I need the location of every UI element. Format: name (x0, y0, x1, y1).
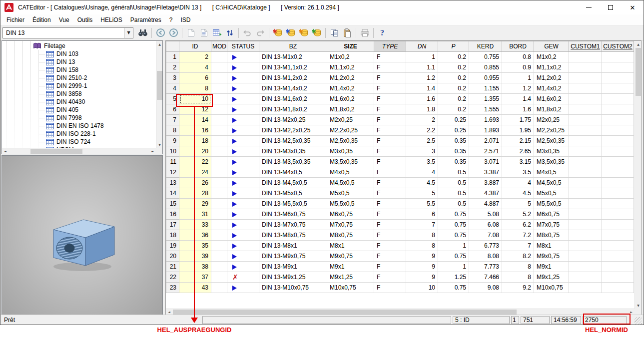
cell-p[interactable]: 1 (438, 262, 469, 272)
copy-button[interactable] (328, 26, 341, 39)
cell-mod[interactable] (211, 178, 227, 188)
cell-bord[interactable]: 4.5 (502, 188, 534, 199)
cell-gew[interactable]: M10x0,75 (534, 283, 569, 293)
cell-mod[interactable] (211, 146, 227, 157)
cell-dn[interactable]: 9 (406, 251, 438, 262)
cell-custom1[interactable] (569, 62, 602, 73)
cell-custom1[interactable] (569, 52, 602, 62)
scroll-up-icon[interactable]: ▲ (635, 41, 642, 47)
cell-p[interactable]: 0.5 (438, 188, 469, 199)
cell-num[interactable]: 19 (166, 241, 179, 251)
cell-custom2[interactable] (602, 167, 634, 178)
cell-p[interactable]: 0.2 (438, 83, 469, 94)
tree-vscroll-thumb[interactable] (157, 71, 162, 100)
cell-id[interactable]: 20 (179, 146, 211, 157)
tree-item-din-40430[interactable]: DIN 40430 (2, 98, 156, 106)
cell-num[interactable]: 20 (166, 251, 179, 262)
cell-mod[interactable] (211, 73, 227, 83)
cell-dn[interactable]: 4.5 (406, 178, 438, 188)
cell-bz[interactable]: DIN 13-M2,2x0,25 (259, 125, 327, 136)
cell-mod[interactable] (211, 209, 227, 220)
cell-custom2[interactable] (602, 83, 634, 94)
cell-type[interactable]: F (374, 178, 406, 188)
cell-p[interactable]: 0.5 (438, 199, 469, 209)
tree-hscroll-thumb[interactable] (30, 149, 82, 154)
cell-kerd[interactable]: 6.08 (469, 220, 502, 230)
cell-p[interactable]: 0.75 (438, 209, 469, 220)
cell-status[interactable] (227, 83, 259, 94)
cell-kerd[interactable]: 7.08 (469, 230, 502, 241)
table-row[interactable]: 1529DIN 13-M5,5x0,5M5,5x0,5F5.50.54.8875… (166, 199, 634, 209)
cell-size[interactable]: M9x1,25 (327, 272, 374, 283)
cell-id[interactable]: 26 (179, 178, 211, 188)
cell-mod[interactable] (211, 104, 227, 115)
table-row[interactable]: 48DIN 13-M1,4x0,2M1,4x0,2F1.40.21.1551.2… (166, 83, 634, 94)
cell-bord[interactable]: 5.2 (502, 209, 534, 220)
col-header-id[interactable]: ID (179, 41, 211, 52)
table-vertical-scrollbar[interactable]: ▲ ▼ (635, 41, 641, 309)
cell-kerd[interactable]: 0.955 (469, 73, 502, 83)
cell-size[interactable]: M2,2x0,25 (327, 125, 374, 136)
cell-size[interactable]: M1,8x0,2 (327, 104, 374, 115)
cell-mod[interactable] (211, 188, 227, 199)
cell-size[interactable]: M2,5x0,35 (327, 136, 374, 146)
cell-id[interactable]: 37 (179, 272, 211, 283)
cell-num[interactable]: 13 (166, 178, 179, 188)
cell-bz[interactable]: DIN 13-M5x0,5 (259, 188, 327, 199)
cell-bz[interactable]: DIN 13-M9x1 (259, 262, 327, 272)
cell-type[interactable]: F (374, 52, 406, 62)
cell-bz[interactable]: DIN 13-M3,5x0,35 (259, 157, 327, 167)
cell-status[interactable] (227, 251, 259, 262)
cell-custom1[interactable] (569, 157, 602, 167)
table-row[interactable]: 1224DIN 13-M4x0,5M4x0,5F40.53.3873.5M4x0… (166, 167, 634, 178)
cell-id[interactable]: 24 (179, 167, 211, 178)
cell-size[interactable]: M2x0,25 (327, 115, 374, 125)
cell-num[interactable]: 18 (166, 230, 179, 241)
cell-num[interactable]: 7 (166, 115, 179, 125)
menu-item-edition[interactable]: Édition (28, 15, 55, 25)
cell-mod[interactable] (211, 52, 227, 62)
scroll-up-icon[interactable]: ▲ (156, 41, 163, 47)
table-horizontal-scrollbar[interactable]: ◄ ► (166, 309, 635, 315)
cell-custom2[interactable] (602, 73, 634, 83)
menu-item-isd[interactable]: ISD (176, 15, 194, 25)
cell-num[interactable]: 9 (166, 136, 179, 146)
cell-mod[interactable] (211, 272, 227, 283)
cell-mod[interactable] (211, 262, 227, 272)
cell-bz[interactable]: DIN 13-M7x0,75 (259, 220, 327, 230)
cell-type[interactable]: F (374, 209, 406, 220)
cell-bz[interactable]: DIN 13-M4,5x0,5 (259, 178, 327, 188)
cell-type[interactable]: F (374, 115, 406, 125)
col-header-bord[interactable]: BORD (502, 41, 534, 52)
cell-custom2[interactable] (602, 52, 634, 62)
tree-item-din-iso-724[interactable]: DIN ISO 724 (2, 138, 156, 146)
tree-item-din-7998[interactable]: DIN 7998 (2, 114, 156, 122)
cell-status[interactable] (227, 115, 259, 125)
cell-kerd[interactable]: 0.855 (469, 62, 502, 73)
cell-mod[interactable] (211, 125, 227, 136)
cell-kerd[interactable]: 1.355 (469, 94, 502, 104)
table-row[interactable]: 612DIN 13-M1,8x0,2M1,8x0,2F1.80.21.5551.… (166, 104, 634, 115)
cell-mod[interactable] (211, 136, 227, 146)
col-header-gew[interactable]: GEW (534, 41, 569, 52)
cell-kerd[interactable]: 1.155 (469, 83, 502, 94)
paste-button[interactable] (341, 26, 354, 39)
cell-size[interactable]: M7x0,75 (327, 220, 374, 230)
cell-custom1[interactable] (569, 167, 602, 178)
cell-mod[interactable] (211, 83, 227, 94)
cell-size[interactable]: M4x0,5 (327, 167, 374, 178)
cell-bz[interactable]: DIN 13-M1,6x0,2 (259, 94, 327, 104)
cell-bord[interactable]: 1.4 (502, 94, 534, 104)
cell-bord[interactable]: 1 (502, 73, 534, 83)
cell-num[interactable]: 10 (166, 146, 179, 157)
cell-dn[interactable]: 1.4 (406, 83, 438, 94)
scroll-left-icon[interactable]: ◄ (2, 148, 8, 154)
cell-status[interactable] (227, 136, 259, 146)
cell-status[interactable] (227, 125, 259, 136)
cell-num[interactable]: 23 (166, 283, 179, 293)
cell-bord[interactable]: 1.95 (502, 125, 534, 136)
cell-type[interactable]: F (374, 272, 406, 283)
cell-mod[interactable] (211, 251, 227, 262)
col-header-custom1[interactable]: CUSTOM1 (569, 41, 602, 52)
cell-gew[interactable]: M2,2x0,25 (534, 125, 569, 136)
